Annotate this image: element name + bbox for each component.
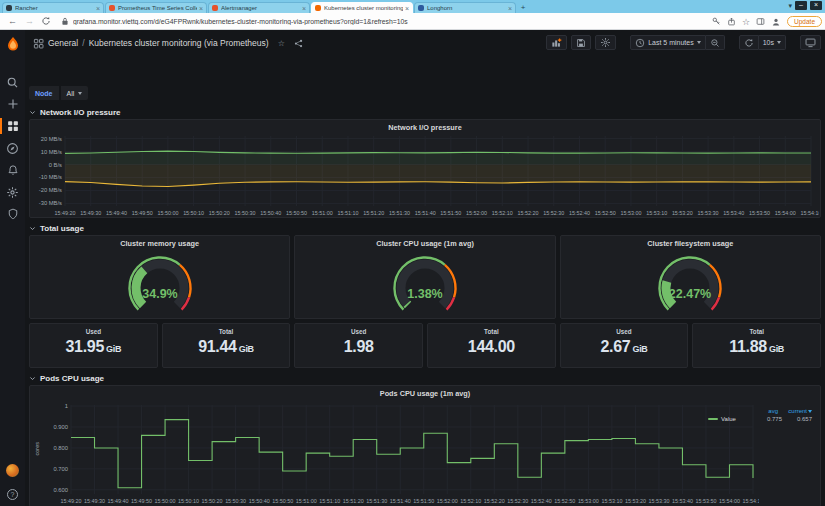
- update-button[interactable]: Update: [787, 16, 822, 27]
- sidebar-item-server-admin[interactable]: [0, 204, 25, 224]
- row-header-pods[interactable]: Pods CPU usage: [29, 372, 821, 384]
- password-key-icon[interactable]: [712, 17, 721, 26]
- sidebar-item-search[interactable]: [0, 72, 25, 92]
- breadcrumb-folder[interactable]: General: [48, 38, 78, 48]
- share-dashboard-button[interactable]: [294, 39, 303, 48]
- panel-stat[interactable]: Used2.67GiB: [560, 323, 689, 368]
- svg-text:15:51:00: 15:51:00: [312, 210, 333, 216]
- panel-pods-cpu[interactable]: Pods CPU usage (1m avg) 10.9000.8000.700…: [29, 385, 821, 506]
- tab-close-icon[interactable]: ×: [508, 5, 512, 12]
- tab-close-icon[interactable]: ×: [96, 5, 100, 12]
- svg-text:15:52:00: 15:52:00: [437, 498, 458, 504]
- variable-value-dropdown[interactable]: All: [61, 86, 89, 100]
- panel-stat[interactable]: Used31.95GiB: [29, 323, 158, 368]
- user-avatar[interactable]: [0, 460, 25, 480]
- panel-stat[interactable]: Total11.88GiB: [692, 323, 821, 368]
- time-range-button[interactable]: Last 5 minutes: [630, 35, 706, 50]
- sidebar-item-configuration[interactable]: [0, 182, 25, 202]
- tab-close-icon[interactable]: ×: [199, 5, 203, 12]
- panel-gauge[interactable]: Cluster filesystem usage22.47%: [560, 235, 821, 319]
- svg-text:15:54:00: 15:54:00: [775, 210, 796, 216]
- window-minimize-button[interactable]: –: [795, 1, 807, 10]
- cycle-view-button[interactable]: [800, 35, 821, 50]
- legend-col-avg[interactable]: avg: [748, 408, 778, 414]
- sidebar-item-alerting[interactable]: [0, 160, 25, 180]
- sidebar-item-dashboards[interactable]: [0, 116, 25, 136]
- sidebar-item-explore[interactable]: [0, 138, 25, 158]
- zoom-out-button[interactable]: [706, 35, 725, 50]
- add-panel-button[interactable]: [546, 35, 567, 50]
- svg-text:15:49:30: 15:49:30: [84, 498, 105, 504]
- row-header-network[interactable]: Network I/O pressure: [29, 106, 821, 118]
- svg-text:15:53:00: 15:53:00: [620, 210, 641, 216]
- browser-tab[interactable]: Longhorn×: [414, 2, 516, 13]
- panel-gauge[interactable]: Cluster memory usage34.9%: [29, 235, 290, 319]
- refresh-interval-select[interactable]: 10s: [759, 35, 786, 50]
- stat-label: Total: [219, 328, 234, 335]
- panel-title[interactable]: Network I/O pressure: [30, 123, 820, 132]
- bookmark-star-icon[interactable]: ☆: [742, 17, 750, 27]
- share-icon[interactable]: [727, 17, 736, 26]
- svg-text:15:53:20: 15:53:20: [672, 210, 693, 216]
- svg-text:15:54:10: 15:54:10: [801, 210, 819, 216]
- panel-title[interactable]: Cluster CPU usage (1m avg): [295, 239, 554, 248]
- panel-network-io[interactable]: Network I/O pressure 20 MB/s10 MB/s0 B/s…: [29, 119, 821, 218]
- panel-stat[interactable]: Total144.00: [427, 323, 556, 368]
- grafana-app: ? General / Kubernetes cluster monitorin…: [0, 30, 825, 506]
- save-dashboard-button[interactable]: [571, 35, 591, 50]
- browser-tab[interactable]: Prometheus Time Series Collecti×: [105, 2, 207, 13]
- dashboard-title[interactable]: Kubernetes cluster monitoring (via Prome…: [89, 38, 269, 48]
- tab-close-icon[interactable]: ×: [302, 5, 306, 12]
- variables-row: Node All: [29, 85, 88, 101]
- browser-tab[interactable]: Alertmanager×: [208, 2, 310, 13]
- back-button[interactable]: ←: [8, 16, 17, 26]
- side-panel-icon[interactable]: [756, 17, 765, 26]
- gauge: 22.47%: [610, 250, 770, 314]
- panel-title[interactable]: Pods CPU usage (1m avg): [30, 389, 820, 398]
- reload-button[interactable]: [41, 16, 51, 26]
- svg-text:15:51:40: 15:51:40: [415, 210, 436, 216]
- svg-text:10 MB/s: 10 MB/s: [41, 149, 62, 155]
- grafana-favicon-icon: [315, 5, 321, 11]
- svg-text:15:51:00: 15:51:00: [296, 498, 317, 504]
- sidebar-item-create[interactable]: [0, 94, 25, 114]
- gauge-value: 1.38%: [407, 287, 442, 301]
- panel-stat[interactable]: Total91.44GiB: [162, 323, 291, 368]
- stat-unit: GiB: [769, 344, 784, 354]
- tab-title: Kubernetes cluster monitoring (v: [324, 5, 403, 11]
- browser-tab[interactable]: Rancher×: [2, 2, 104, 13]
- panel-gauge[interactable]: Cluster CPU usage (1m avg)1.38%: [294, 235, 555, 319]
- browser-tab[interactable]: Kubernetes cluster monitoring (v×: [311, 2, 413, 13]
- series-name: Value: [721, 416, 752, 422]
- new-tab-button[interactable]: +: [517, 3, 529, 13]
- star-dashboard-button[interactable]: ☆: [278, 39, 285, 48]
- navbar-actions: Last 5 minutes 10s: [546, 35, 821, 50]
- svg-text:0.900: 0.900: [53, 424, 68, 430]
- dashboard-settings-button[interactable]: [595, 35, 616, 50]
- stat-unit: GiB: [632, 344, 647, 354]
- panel-stat[interactable]: Used1.98: [294, 323, 423, 368]
- panel-title[interactable]: Cluster memory usage: [30, 239, 289, 248]
- network-io-chart: 20 MB/s10 MB/s0 B/s-10 MB/s-20 MB/s-30 M…: [33, 133, 819, 221]
- legend-col-current[interactable]: current: [778, 408, 812, 414]
- grafana-logo[interactable]: [0, 34, 25, 54]
- tab-search-chevron-icon[interactable]: ▾: [788, 2, 792, 10]
- forward-button[interactable]: →: [25, 16, 34, 26]
- svg-text:15:51:40: 15:51:40: [390, 498, 411, 504]
- profile-icon[interactable]: [771, 17, 781, 27]
- svg-text:15:50:10: 15:50:10: [183, 210, 204, 216]
- panel-title[interactable]: Cluster filesystem usage: [561, 239, 820, 248]
- svg-text:15:53:30: 15:53:30: [648, 498, 669, 504]
- time-range-label: Last 5 minutes: [648, 39, 694, 46]
- help-icon[interactable]: ?: [0, 484, 25, 504]
- url-text[interactable]: grafana.monitor.viettq.com/d/eG4FPRwnk/k…: [73, 18, 408, 25]
- tab-close-icon[interactable]: ×: [405, 5, 409, 12]
- chevron-down-icon: [777, 41, 781, 44]
- legend-row[interactable]: Value 0.775 0.657: [708, 416, 812, 422]
- refresh-dashboard-button[interactable]: [739, 35, 759, 50]
- row-header-total-usage[interactable]: Total usage: [29, 222, 821, 234]
- chevron-down-icon: [697, 41, 701, 44]
- window-close-button[interactable]: ×: [810, 1, 822, 10]
- svg-text:15:49:50: 15:49:50: [131, 498, 152, 504]
- svg-text:15:53:50: 15:53:50: [695, 498, 716, 504]
